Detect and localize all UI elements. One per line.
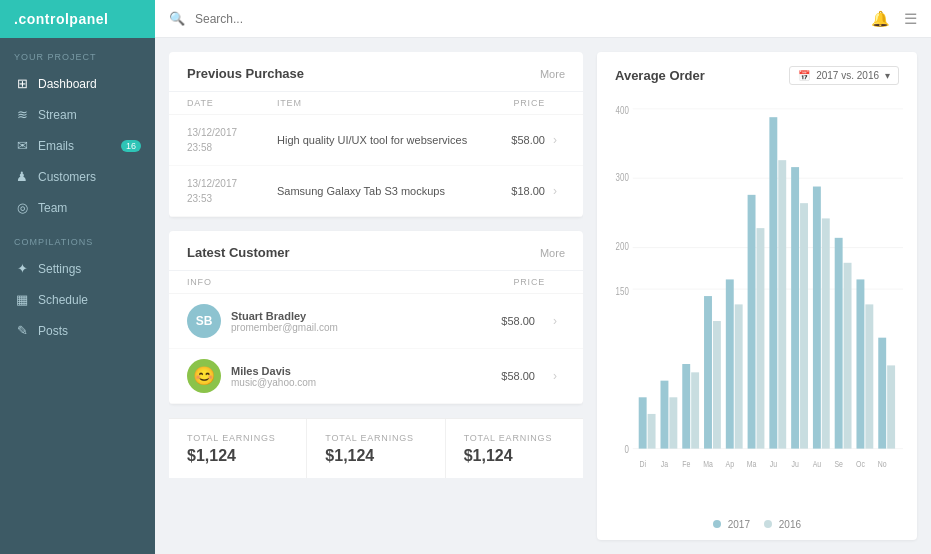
stat-value: $1,124 xyxy=(464,447,565,465)
svg-rect-29 xyxy=(844,263,852,449)
chart-svg: 400 300 200 150 0 xyxy=(611,95,903,511)
svg-text:Oc: Oc xyxy=(856,457,865,469)
legend-dot-2017 xyxy=(713,520,721,528)
email-badge: 16 xyxy=(121,140,141,152)
chart-filter-dropdown[interactable]: 📅 2017 vs. 2016 ▾ xyxy=(789,66,899,85)
stat-value: $1,124 xyxy=(325,447,426,465)
svg-text:Ap: Ap xyxy=(726,457,735,469)
compilations-label: Compilations xyxy=(0,223,155,253)
your-project-label: Your Project xyxy=(0,38,155,68)
svg-rect-21 xyxy=(757,228,765,448)
previous-purchase-title: Previous Purchase xyxy=(187,66,304,81)
svg-text:0: 0 xyxy=(624,442,628,455)
filter-label: 2017 vs. 2016 xyxy=(816,70,879,81)
svg-rect-19 xyxy=(735,304,743,448)
sidebar-item-dashboard[interactable]: ⊞ Dashboard xyxy=(0,68,155,99)
purchase-table-header: DATE ITEM PRICE xyxy=(169,92,583,115)
stream-icon: ≋ xyxy=(14,107,30,122)
row-item: High quality UI/UX tool for webservices xyxy=(277,132,475,149)
stat-1: TOTAL EARNINGS $1,124 xyxy=(169,419,307,478)
svg-rect-17 xyxy=(713,321,721,449)
schedule-icon: ▦ xyxy=(14,292,30,307)
chevron-right-icon: › xyxy=(545,133,565,147)
notification-icon[interactable]: 🔔 xyxy=(871,10,890,28)
svg-text:Ju: Ju xyxy=(791,457,799,469)
sidebar-item-label: Dashboard xyxy=(38,77,97,91)
stat-label: TOTAL EARNINGS xyxy=(325,433,426,443)
svg-text:Se: Se xyxy=(834,457,843,469)
customer-row[interactable]: SB Stuart Bradley promember@gmail.com $5… xyxy=(169,294,583,349)
table-row[interactable]: 13/12/2017 23:58 High quality UI/UX tool… xyxy=(169,115,583,166)
sidebar-item-customers[interactable]: ♟ Customers xyxy=(0,161,155,192)
sidebar-item-emails[interactable]: ✉ Emails 16 xyxy=(0,130,155,161)
svg-rect-14 xyxy=(682,364,690,449)
legend-dot-2016 xyxy=(764,520,772,528)
svg-text:Ja: Ja xyxy=(661,457,669,469)
latest-customer-more[interactable]: More xyxy=(540,247,565,259)
svg-rect-18 xyxy=(726,279,734,448)
calendar-icon: 📅 xyxy=(798,70,810,81)
row-price: $18.00 xyxy=(475,185,545,197)
table-row[interactable]: 13/12/2017 23:53 Samsung Galaxy Tab S3 m… xyxy=(169,166,583,217)
customer-table-header: INFO PRICE xyxy=(169,271,583,294)
row-price: $58.00 xyxy=(475,134,545,146)
svg-rect-28 xyxy=(835,238,843,449)
svg-rect-13 xyxy=(669,397,677,448)
chart-header: Average Order 📅 2017 vs. 2016 ▾ xyxy=(597,52,917,95)
sidebar-item-stream[interactable]: ≋ Stream xyxy=(0,99,155,130)
svg-rect-31 xyxy=(865,304,873,448)
sidebar-item-settings[interactable]: ✦ Settings xyxy=(0,253,155,284)
previous-purchase-card: Previous Purchase More DATE ITEM PRICE 1… xyxy=(169,52,583,217)
content-area: Previous Purchase More DATE ITEM PRICE 1… xyxy=(155,38,931,554)
avatar: SB xyxy=(187,304,221,338)
sidebar-item-label: Posts xyxy=(38,324,68,338)
legend-2016: 2016 xyxy=(764,519,801,530)
col-date-header: DATE xyxy=(187,98,277,108)
topbar: 🔍 🔔 ☰ xyxy=(155,0,931,38)
svg-text:200: 200 xyxy=(616,240,629,253)
sidebar-item-label: Schedule xyxy=(38,293,88,307)
previous-purchase-more[interactable]: More xyxy=(540,68,565,80)
legend-2017: 2017 xyxy=(713,519,750,530)
menu-icon[interactable]: ☰ xyxy=(904,10,917,28)
row-date: 13/12/2017 23:58 xyxy=(187,125,277,155)
bottom-stats-bar: TOTAL EARNINGS $1,124 TOTAL EARNINGS $1,… xyxy=(169,418,583,478)
svg-text:300: 300 xyxy=(616,171,629,184)
svg-text:400: 400 xyxy=(616,104,629,117)
customers-icon: ♟ xyxy=(14,169,30,184)
topbar-right: 🔔 ☰ xyxy=(871,10,917,28)
svg-rect-27 xyxy=(822,218,830,448)
latest-customer-title: Latest Customer xyxy=(187,245,290,260)
sidebar-item-label: Stream xyxy=(38,108,77,122)
svg-rect-10 xyxy=(639,397,647,448)
search-input[interactable] xyxy=(195,12,861,26)
chevron-down-icon: ▾ xyxy=(885,70,890,81)
sidebar-item-label: Team xyxy=(38,201,67,215)
chart-body: 400 300 200 150 0 xyxy=(597,95,917,540)
stat-value: $1,124 xyxy=(187,447,288,465)
chart-title: Average Order xyxy=(615,68,705,83)
col-price-header: PRICE xyxy=(513,277,545,287)
sidebar: .controlpanel Your Project ⊞ Dashboard ≋… xyxy=(0,0,155,554)
avatar: 😊 xyxy=(187,359,221,393)
email-icon: ✉ xyxy=(14,138,30,153)
chevron-right-icon: › xyxy=(545,314,565,328)
svg-text:Ma: Ma xyxy=(747,457,757,469)
col-item-header: ITEM xyxy=(277,98,475,108)
customer-name: Stuart Bradley xyxy=(231,310,491,322)
customer-email: promember@gmail.com xyxy=(231,322,491,333)
customer-row[interactable]: 😊 Miles Davis music@yahoo.com $58.00 › xyxy=(169,349,583,404)
sidebar-item-schedule[interactable]: ▦ Schedule xyxy=(0,284,155,315)
latest-customer-card: Latest Customer More INFO PRICE SB Stuar… xyxy=(169,231,583,404)
customer-email: music@yahoo.com xyxy=(231,377,491,388)
posts-icon: ✎ xyxy=(14,323,30,338)
row-date: 13/12/2017 23:53 xyxy=(187,176,277,206)
svg-text:Ma: Ma xyxy=(703,457,713,469)
col-price-header: PRICE xyxy=(475,98,545,108)
sidebar-item-team[interactable]: ◎ Team xyxy=(0,192,155,223)
svg-text:150: 150 xyxy=(616,284,629,297)
stat-label: TOTAL EARNINGS xyxy=(187,433,288,443)
search-icon: 🔍 xyxy=(169,11,185,26)
sidebar-item-posts[interactable]: ✎ Posts xyxy=(0,315,155,346)
col-info-header: INFO xyxy=(187,277,513,287)
